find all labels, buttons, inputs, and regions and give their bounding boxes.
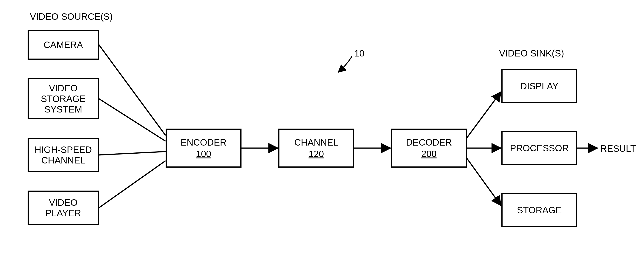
source-video-player: VIDEO PLAYER: [28, 191, 99, 225]
channel-ref: 120: [309, 148, 324, 159]
svg-line-0: [99, 45, 166, 135]
channel-block: CHANNEL 120: [278, 129, 354, 168]
sinks-header: VIDEO SINK(S): [499, 48, 564, 59]
decoder-ref: 200: [421, 148, 437, 159]
decoder-block: DECODER 200: [391, 129, 467, 168]
system-ref-num: 10: [354, 48, 364, 59]
source-high-speed-channel: HIGH-SPEED CHANNEL: [28, 138, 99, 172]
svg-line-6: [467, 92, 501, 138]
sink-storage-label: STORAGE: [517, 205, 562, 215]
source-vss-l1: VIDEO: [49, 83, 78, 93]
decoder-label: DECODER: [406, 137, 452, 148]
sink-processor-label: PROCESSOR: [510, 143, 569, 153]
sink-storage: STORAGE: [502, 193, 577, 227]
encoder-label: ENCODER: [180, 137, 226, 148]
source-camera-label: CAMERA: [44, 39, 83, 50]
svg-line-1: [99, 99, 166, 141]
svg-line-3: [99, 161, 166, 208]
sources-header: VIDEO SOURCE(S): [30, 11, 113, 22]
source-hsc-l1: HIGH-SPEED: [35, 144, 92, 155]
result-label: RESULT: [600, 143, 636, 154]
source-vss-l2: STORAGE: [41, 93, 86, 104]
channel-label: CHANNEL: [294, 137, 338, 148]
source-vp-l1: VIDEO: [49, 197, 78, 208]
source-hsc-l2: CHANNEL: [41, 155, 85, 165]
source-video-storage-system: VIDEO STORAGE SYSTEM: [28, 78, 99, 119]
sink-processor: PROCESSOR: [502, 131, 577, 165]
source-vss-l3: SYSTEM: [44, 104, 82, 115]
svg-line-2: [99, 151, 166, 155]
sink-display: DISPLAY: [502, 69, 577, 103]
sink-display-label: DISPLAY: [520, 81, 558, 91]
svg-line-8: [467, 158, 501, 205]
encoder-block: ENCODER 100: [166, 129, 242, 168]
encoder-ref: 100: [196, 148, 211, 159]
source-vp-l2: PLAYER: [46, 208, 81, 218]
diagram-stage: { "labels": { "sources_header": "VIDEO S…: [0, 0, 644, 270]
source-camera: CAMERA: [28, 30, 99, 60]
